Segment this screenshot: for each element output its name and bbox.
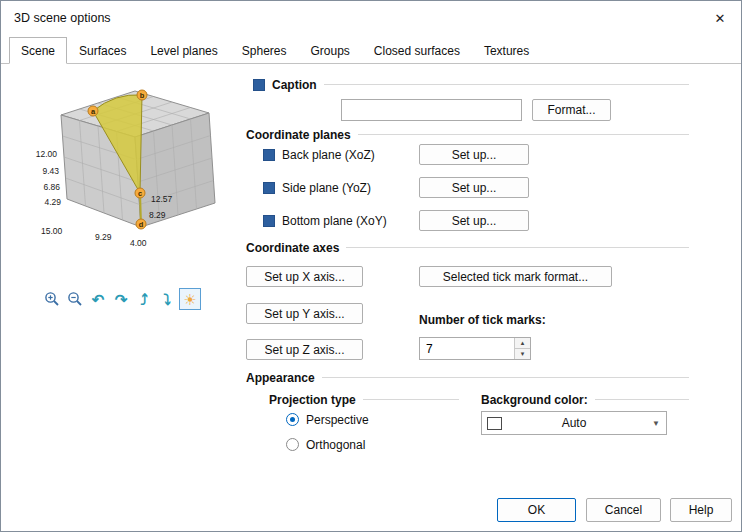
coordinate-planes-label: Coordinate planes — [246, 128, 351, 142]
background-color-value: Auto — [502, 416, 646, 430]
back-plane-setup-button[interactable]: Set up... — [419, 144, 529, 165]
bottom-plane-setup-button[interactable]: Set up... — [419, 210, 529, 231]
setup-x-axis-button[interactable]: Set up X axis... — [246, 266, 363, 287]
help-button[interactable]: Help — [670, 498, 732, 522]
z-tick: 4.29 — [44, 197, 61, 207]
side-plane-setup-button[interactable]: Set up... — [419, 177, 529, 198]
tab-spheres[interactable]: Spheres — [230, 38, 299, 63]
orthogonal-radio[interactable] — [286, 438, 299, 451]
side-plane-label: Side plane (YoZ) — [282, 181, 371, 195]
dialog-3d-scene-options: 3D scene options ✕ Scene Surfaces Level … — [0, 0, 742, 532]
tick-marks-spinner: ▴ ▾ — [419, 337, 531, 360]
separator-rule — [595, 399, 689, 400]
tick-marks-label-row: Number of tick marks: — [419, 312, 546, 327]
zoom-in-icon — [44, 291, 60, 307]
ok-button[interactable]: OK — [497, 498, 576, 522]
rotate-right-button[interactable]: ↷ — [110, 288, 132, 310]
tab-scene[interactable]: Scene — [9, 37, 67, 64]
orthogonal-label: Orthogonal — [306, 438, 365, 452]
coordinate-planes-header: Coordinate planes — [246, 127, 689, 142]
caption-text-input[interactable] — [341, 99, 522, 121]
zoom-out-button[interactable] — [64, 288, 86, 310]
y-tick: 8.29 — [149, 210, 166, 220]
rotate-left-icon: ↶ — [92, 292, 105, 307]
titlebar: 3D scene options ✕ — [1, 1, 741, 35]
back-plane-row: Back plane (XoZ) — [263, 147, 375, 162]
tab-strip: Scene Surfaces Level planes Spheres Grou… — [1, 37, 742, 64]
spin-up-icon[interactable]: ▴ — [515, 338, 530, 348]
sun-icon: ☀ — [183, 292, 196, 307]
tilt-down-icon: ⤵ — [163, 292, 171, 307]
x-tick: 4.00 — [130, 238, 147, 248]
tab-closed-surfaces[interactable]: Closed surfaces — [362, 38, 472, 63]
zoom-in-button[interactable] — [41, 288, 63, 310]
back-plane-checkbox[interactable] — [263, 149, 275, 161]
spin-down-icon[interactable]: ▾ — [515, 348, 530, 359]
coordinate-axes-header: Coordinate axes — [246, 240, 689, 255]
tab-level-planes[interactable]: Level planes — [138, 38, 229, 63]
x-tick: 9.29 — [95, 232, 112, 242]
tab-groups[interactable]: Groups — [298, 38, 361, 63]
caption-checkbox[interactable] — [253, 79, 265, 91]
y-tick: 12.57 — [151, 194, 173, 204]
background-color-header: Background color: — [481, 392, 689, 407]
point-label-c: c — [138, 189, 142, 198]
rotate-left-button[interactable]: ↶ — [87, 288, 109, 310]
background-color-dropdown[interactable]: Auto ▼ — [481, 411, 667, 435]
separator-rule — [358, 134, 689, 135]
separator-rule — [324, 84, 689, 85]
coordinate-axes-label: Coordinate axes — [246, 241, 339, 255]
tilt-up-icon: ⤴ — [140, 292, 148, 307]
perspective-label: Perspective — [306, 413, 369, 427]
tilt-down-button[interactable]: ⤵ — [156, 288, 178, 310]
tilt-up-button[interactable]: ⤴ — [133, 288, 155, 310]
point-label-d: d — [139, 220, 144, 229]
orthogonal-row: Orthogonal — [286, 437, 365, 452]
back-plane-label: Back plane (XoZ) — [282, 148, 375, 162]
setup-y-axis-button[interactable]: Set up Y axis... — [246, 303, 363, 324]
selected-tick-mark-format-button[interactable]: Selected tick mark format... — [419, 266, 612, 287]
tick-marks-label: Number of tick marks: — [419, 313, 546, 327]
scene-preview[interactable]: a b c d 12.00 9.43 6.86 4.29 15.00 9.29 … — [13, 81, 241, 253]
lighting-button[interactable]: ☀ — [179, 288, 201, 310]
background-color-label: Background color: — [481, 393, 588, 407]
z-tick: 6.86 — [43, 182, 60, 192]
setup-z-axis-button[interactable]: Set up Z axis... — [246, 339, 363, 360]
bottom-plane-row: Bottom plane (XoY) — [263, 213, 387, 228]
close-icon[interactable]: ✕ — [710, 9, 730, 29]
zoom-out-icon — [67, 291, 83, 307]
color-swatch — [487, 417, 502, 430]
caption-label: Caption — [272, 78, 317, 92]
z-tick: 12.00 — [36, 149, 58, 159]
projection-type-header: Projection type — [269, 392, 459, 407]
tick-marks-input[interactable] — [420, 338, 514, 359]
tab-surfaces[interactable]: Surfaces — [67, 38, 138, 63]
bottom-plane-checkbox[interactable] — [263, 215, 275, 227]
projection-type-label: Projection type — [269, 393, 356, 407]
tab-textures[interactable]: Textures — [472, 38, 541, 63]
separator-rule — [346, 247, 689, 248]
appearance-header: Appearance — [246, 370, 689, 385]
preview-toolbar: ↶ ↷ ⤴ ⤵ ☀ — [41, 288, 201, 310]
separator-rule — [322, 377, 689, 378]
cancel-button[interactable]: Cancel — [586, 498, 661, 522]
appearance-label: Appearance — [246, 371, 315, 385]
perspective-row: Perspective — [286, 412, 369, 427]
rotate-right-icon: ↷ — [115, 292, 128, 307]
z-tick: 9.43 — [42, 166, 59, 176]
chevron-down-icon: ▼ — [646, 419, 666, 428]
side-plane-row: Side plane (YoZ) — [263, 180, 371, 195]
side-plane-checkbox[interactable] — [263, 182, 275, 194]
bottom-plane-label: Bottom plane (XoY) — [282, 214, 387, 228]
caption-format-button[interactable]: Format... — [532, 99, 611, 121]
perspective-radio[interactable] — [286, 413, 299, 426]
point-label-b: b — [140, 91, 145, 100]
caption-group-header: Caption — [253, 77, 689, 92]
spinner-arrows: ▴ ▾ — [514, 338, 530, 359]
separator-rule — [363, 399, 459, 400]
x-tick: 15.00 — [41, 226, 63, 236]
dialog-title: 3D scene options — [14, 11, 111, 25]
